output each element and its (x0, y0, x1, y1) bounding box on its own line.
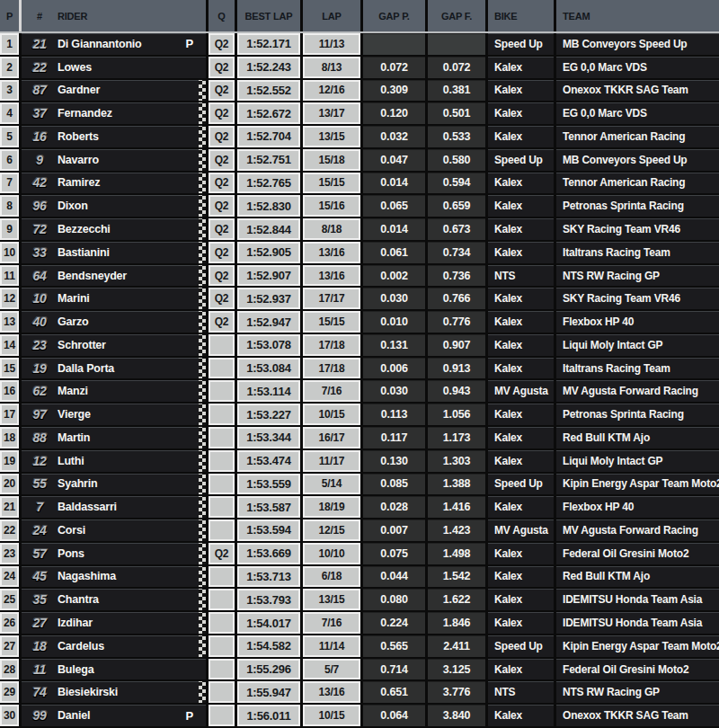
table-row[interactable]: 2974Biesiekirski1:55.94713/160.6513.776N… (0, 681, 719, 705)
rider-cell: 40Garzo (22, 311, 209, 334)
best-lap-cell: 1:53.227 (237, 404, 303, 427)
table-row[interactable]: 3099DanielP1:56.01110/150.0643.840KalexO… (0, 705, 719, 728)
qualifying-cell (209, 358, 237, 381)
gap-prev-cell: 0.014 (363, 173, 428, 196)
lap-cell: 12/15 (303, 519, 363, 543)
table-row[interactable]: 1888Martin1:53.34416/170.1171.173KalexRe… (0, 427, 719, 450)
gap-first-cell: 0.766 (428, 288, 488, 311)
table-row[interactable]: 2811Bulega1:55.2965/70.7143.125KalexFede… (0, 659, 719, 682)
position-cell: 23 (0, 543, 22, 566)
position-cell: 11 (0, 265, 22, 289)
gap-first-cell: 0.907 (428, 334, 488, 358)
table-row[interactable]: 222LowesQ21:52.2438/130.0720.072KalexEG … (0, 57, 719, 80)
gap-prev-cell: 0.010 (363, 311, 428, 334)
rider-cell: 37Fernandez (22, 102, 209, 126)
rider-number: 7 (22, 500, 58, 514)
table-row[interactable]: 437FernandezQ21:52.67213/170.1200.501Kal… (0, 102, 719, 126)
table-body: 121Di GiannantonioPQ21:52.17111/13Speed … (0, 33, 719, 728)
table-row[interactable]: 972BezzecchiQ21:52.8448/180.0140.673Kale… (0, 218, 719, 242)
gap-first-cell: 0.673 (428, 218, 488, 242)
qualifying-cell: Q2 (209, 173, 237, 196)
rider-cell: 35Chantra (22, 589, 209, 612)
table-row[interactable]: 2445Nagashima1:53.7136/180.0441.542Kalex… (0, 566, 719, 590)
table-row[interactable]: 1662Manzi1:53.1147/160.0300.943MV Agusta… (0, 380, 719, 404)
best-lap-cell: 1:56.011 (237, 705, 303, 728)
rider-number: 23 (22, 338, 58, 352)
gap-prev-cell: 0.028 (363, 496, 428, 519)
position-cell: 22 (0, 519, 22, 543)
gap-prev-cell: 0.131 (363, 334, 428, 358)
lap-cell: 13/15 (303, 589, 363, 612)
position-cell: 18 (0, 427, 22, 450)
gap-first-cell: 0.913 (428, 358, 488, 381)
lap-cell: 7/16 (303, 380, 363, 404)
gap-prev-cell: 0.075 (363, 543, 428, 566)
checkered-flag-strip (199, 265, 206, 287)
lap-cell: 17/17 (303, 288, 363, 311)
bike-cell: Kalex (488, 358, 556, 381)
table-row[interactable]: 387GardnerQ21:52.55212/160.3090.381Kalex… (0, 80, 719, 103)
team-cell: Flexbox HP 40 (556, 496, 719, 519)
position-cell: 12 (0, 288, 22, 311)
rider-number: 55 (22, 476, 58, 491)
table-row[interactable]: 896DixonQ21:52.83015/160.0650.659KalexPe… (0, 195, 719, 218)
gap-prev-cell: 0.007 (363, 519, 428, 543)
bike-cell: Kalex (488, 659, 556, 682)
table-row[interactable]: 1033BastianiniQ21:52.90513/160.0610.734K… (0, 242, 719, 265)
position-cell: 13 (0, 311, 22, 334)
table-row[interactable]: 742RamirezQ21:52.76515/150.0140.594Kalex… (0, 173, 719, 196)
table-row[interactable]: 217Baldassarri1:53.58718/190.0281.416Kal… (0, 496, 719, 519)
gap-first-cell (428, 33, 488, 57)
team-cell: EG 0,0 Marc VDS (556, 102, 719, 126)
team-cell: EG 0,0 Marc VDS (556, 57, 719, 80)
bike-cell: Kalex (488, 566, 556, 590)
rider-name: Bendsneyder (58, 270, 127, 282)
checkered-flag-strip (199, 612, 206, 634)
table-row[interactable]: 1340GarzoQ21:52.94715/150.0100.776KalexF… (0, 311, 719, 334)
table-row[interactable]: 1164BendsneyderQ21:52.90713/160.0020.736… (0, 265, 719, 289)
table-row[interactable]: 2357PonsQ21:53.66910/100.0751.498KalexFe… (0, 543, 719, 566)
table-row[interactable]: 1519Dalla Porta1:53.08417/180.0060.913Ka… (0, 358, 719, 381)
lap-cell: 13/16 (303, 265, 363, 289)
table-row[interactable]: 2535Chantra1:53.79313/150.0801.622KalexI… (0, 589, 719, 612)
table-row[interactable]: 2224Corsi1:53.59412/150.0071.423MV Agust… (0, 519, 719, 543)
table-row[interactable]: 2718Cardelus1:54.58211/140.5652.411Speed… (0, 635, 719, 659)
rider-number: 9 (22, 153, 58, 167)
table-row[interactable]: 121Di GiannantonioPQ21:52.17111/13Speed … (0, 33, 719, 57)
gap-prev-cell: 0.113 (363, 404, 428, 427)
table-row[interactable]: 1210MariniQ21:52.93717/170.0300.766Kalex… (0, 288, 719, 311)
rider-name: Lowes (58, 61, 92, 74)
table-row[interactable]: 2055Syahrin1:53.5595/140.0851.388Speed U… (0, 474, 719, 497)
table-row[interactable]: 1423Schrotter1:53.07817/180.1310.907Kale… (0, 334, 719, 358)
position-cell: 27 (0, 635, 22, 659)
gap-prev-cell: 0.064 (363, 705, 428, 728)
rider-number: 62 (22, 384, 58, 398)
team-cell: IDEMITSU Honda Team Asia (556, 612, 719, 635)
checkered-flag-strip (199, 380, 206, 402)
timing-table: P # RIDER Q BEST LAP LAP GAP P. GAP F. B… (0, 0, 719, 728)
position-cell: 29 (0, 681, 22, 705)
gap-first-cell: 1.056 (428, 404, 488, 427)
gap-first-cell: 0.659 (428, 195, 488, 218)
checkered-flag-strip (199, 566, 206, 588)
best-lap-cell: 1:53.594 (237, 519, 303, 543)
qualifying-cell (209, 659, 237, 682)
table-row[interactable]: 1797Vierge1:53.22710/150.1131.056KalexPe… (0, 404, 719, 427)
bike-cell: Speed Up (488, 635, 556, 659)
qualifying-cell: Q2 (209, 149, 237, 173)
qualifying-cell (209, 566, 237, 590)
bike-cell: Kalex (488, 334, 556, 358)
table-row[interactable]: 2627Izdihar1:54.0177/160.2241.846KalexID… (0, 612, 719, 635)
rider-name: Bezzecchi (58, 223, 111, 235)
table-row[interactable]: 516RobertsQ21:52.70413/150.0320.533Kalex… (0, 126, 719, 149)
table-row[interactable]: 69NavarroQ21:52.75115/180.0470.580Speed … (0, 149, 719, 173)
gap-first-cell: 1.388 (428, 474, 488, 497)
best-lap-cell: 1:53.084 (237, 358, 303, 381)
gap-prev-cell (363, 33, 428, 57)
table-row[interactable]: 1912Luthi1:53.47411/170.1301.303KalexLiq… (0, 450, 719, 474)
rider-number: 11 (22, 662, 58, 677)
header-rider-group: # RIDER (22, 0, 209, 31)
bike-cell: Kalex (488, 612, 556, 635)
bike-cell: Kalex (488, 102, 556, 126)
rider-number: 88 (22, 431, 58, 445)
